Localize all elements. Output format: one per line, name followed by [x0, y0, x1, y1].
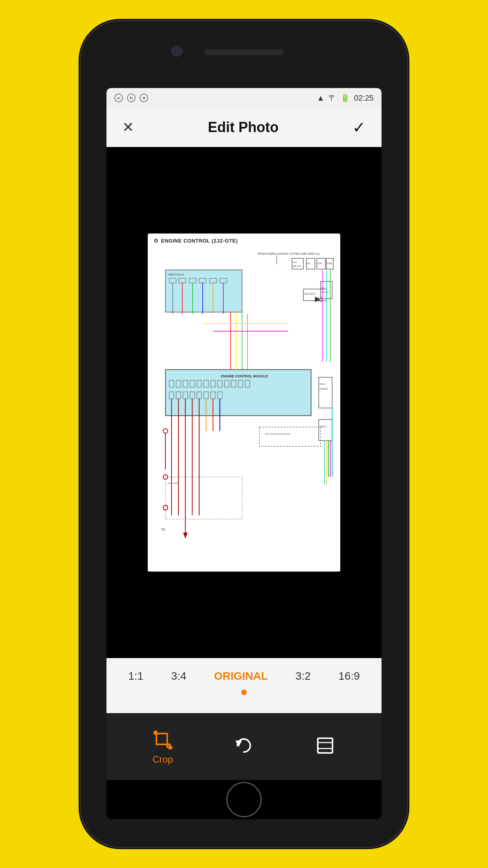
cancel-button[interactable]: ✕	[122, 120, 134, 134]
ratio-option-16-9[interactable]: 16:9	[332, 666, 366, 686]
ratio-option-3-2[interactable]: 3:2	[289, 666, 317, 686]
svg-rect-2	[292, 258, 303, 269]
page-title: Edit Photo	[208, 119, 279, 136]
svg-text:THROTTLE D: THROTTLE D	[167, 273, 184, 276]
expand-icon	[314, 734, 337, 757]
status-time: 02:25	[354, 94, 374, 103]
battery-icon: 🔋	[340, 93, 350, 103]
ratio-option-3-4[interactable]: 3:4	[165, 666, 193, 686]
crop-icon	[151, 728, 174, 752]
status-right: ▲ 〒 🔋 02:25	[317, 93, 374, 103]
ratio-option-original[interactable]: ORIGINAL	[208, 666, 274, 686]
home-indicator-area	[106, 780, 382, 819]
svg-marker-86	[183, 533, 188, 539]
svg-text:EA: EA	[307, 262, 310, 265]
svg-rect-104	[318, 738, 332, 752]
image-edit-area: ⚙ ENGINE CONTROL (2JZ-GTE) FROM POWER SO…	[106, 147, 382, 658]
diagram-title-text: ENGINE CONTROL (2JZ-GTE)	[161, 238, 238, 244]
diagram-container: ⚙ ENGINE CONTROL (2JZ-GTE) FROM POWER SO…	[148, 234, 340, 572]
svg-text:DIAG: DIAG	[319, 383, 325, 385]
phone-camera	[171, 46, 182, 57]
wifi-icon: 〒	[328, 93, 336, 103]
phone-screen: ↩ ↻ ☀ ▲ 〒 🔋 02:25 ✕ Edit Photo ✓ ⚙ ENGIN…	[106, 88, 382, 819]
svg-text:EFI: EFI	[321, 287, 325, 289]
confirm-button[interactable]: ✓	[352, 120, 366, 135]
svg-text:MBF, AFS: MBF, AFS	[293, 265, 301, 267]
svg-text:SSB: SSB	[327, 262, 332, 265]
ratio-selection-bar: 1:1 3:4 ORIGINAL 3:2 16:9	[106, 658, 382, 713]
svg-text:OT1 OT2 OT3 OT4 OT5: OT1 OT2 OT3 OT4 OT5	[265, 433, 290, 435]
svg-rect-102	[169, 746, 172, 748]
crop-tool[interactable]: Crop	[151, 728, 174, 765]
top-bar: ✕ Edit Photo ✓	[106, 108, 382, 147]
status-icon-3: ☀	[139, 94, 148, 102]
status-icon-2: ↻	[127, 94, 136, 102]
rotate-icon	[232, 734, 256, 757]
wiring-diagram-area: FROM POWER SOURCE SYSTEM (SEE PAGE 51) A…	[152, 247, 336, 561]
svg-text:76: 76	[161, 527, 165, 531]
svg-rect-101	[154, 731, 157, 734]
svg-point-74	[163, 428, 168, 433]
ratio-indicator-dot	[241, 690, 247, 695]
ratio-options-list: 1:1 3:4 ORIGINAL 3:2 16:9	[106, 666, 382, 686]
svg-text:OBD II: OBD II	[319, 425, 327, 428]
diagram-title-icon: ⚙	[154, 237, 159, 244]
svg-rect-62	[259, 427, 321, 447]
status-bar: ↩ ↻ ☀ ▲ 〒 🔋 02:25	[106, 88, 382, 108]
ratio-option-1-1[interactable]: 1:1	[122, 666, 150, 686]
svg-text:SLS DLS: SLS DLS	[304, 292, 315, 295]
home-button[interactable]	[226, 782, 262, 817]
svg-text:ALT: ALT	[293, 261, 297, 263]
svg-text:ENGINE CONTROL MODULE: ENGINE CONTROL MODULE	[221, 374, 268, 378]
phone-frame: ↩ ↻ ☀ ▲ 〒 🔋 02:25 ✕ Edit Photo ✓ ⚙ ENGIN…	[81, 21, 407, 847]
status-icon-1: ↩	[114, 94, 123, 102]
crop-label: Crop	[152, 754, 173, 765]
svg-text:NOSED: NOSED	[319, 388, 328, 390]
svg-text:SHIELDED: SHIELDED	[167, 482, 179, 484]
expand-tool[interactable]	[314, 734, 337, 760]
svg-text:SSA: SSA	[317, 262, 322, 265]
rotate-tool[interactable]	[232, 734, 256, 760]
svg-rect-11	[165, 270, 242, 312]
diagram-title-row: ⚙ ENGINE CONTROL (2JZ-GTE)	[152, 237, 336, 244]
svg-rect-64	[319, 377, 332, 408]
signal-icon: ▲	[317, 94, 325, 103]
phone-speaker	[205, 50, 283, 55]
status-left-icons: ↩ ↻ ☀	[114, 94, 148, 102]
tool-bar: Crop	[106, 713, 382, 780]
svg-text:FROM POWER SOURCE SYSTEM (SEE : FROM POWER SOURCE SYSTEM (SEE PAGE 51)	[257, 252, 319, 256]
